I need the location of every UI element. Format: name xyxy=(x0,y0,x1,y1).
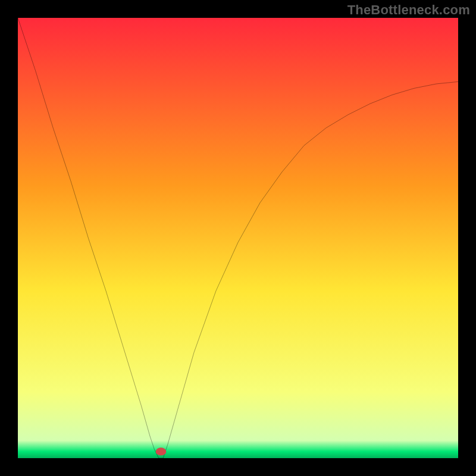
chart-frame: TheBottleneck.com xyxy=(0,0,476,476)
gradient-background xyxy=(18,18,458,458)
marker-dot xyxy=(156,447,167,455)
plot-area xyxy=(18,18,458,458)
watermark-text: TheBottleneck.com xyxy=(347,2,470,18)
chart-svg xyxy=(18,18,458,458)
